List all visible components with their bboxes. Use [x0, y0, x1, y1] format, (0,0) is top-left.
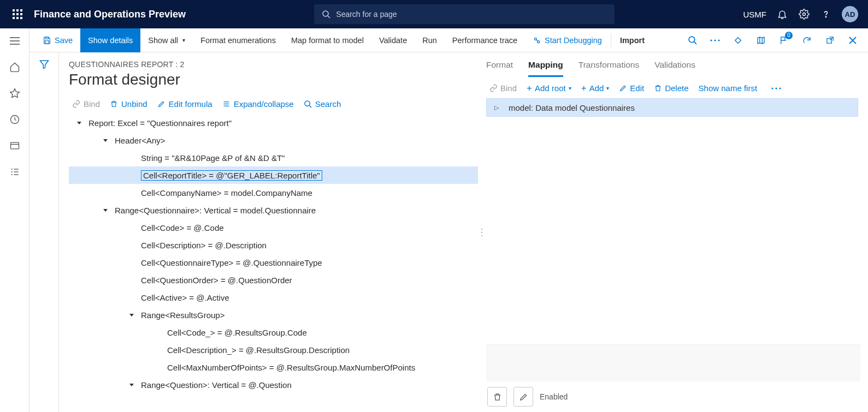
breadcrumb: QUESTIONNAIRES REPORT : 2: [69, 60, 478, 69]
app-launcher[interactable]: [7, 9, 28, 19]
start-debugging-button[interactable]: Start Debugging: [525, 28, 610, 52]
pencil-icon: [519, 392, 528, 402]
settings-button[interactable]: [798, 8, 810, 20]
overflow-button[interactable]: [705, 31, 725, 50]
trash-icon: [493, 392, 502, 402]
bind-button[interactable]: Bind: [72, 99, 100, 109]
caret-icon[interactable]: [103, 138, 111, 143]
svg-point-39: [775, 87, 777, 89]
tree-row[interactable]: Range<ResultsGroup>: [69, 306, 478, 324]
user-avatar[interactable]: AD: [842, 6, 858, 22]
tree-row[interactable]: Range<Questionnaire>: Vertical = model.Q…: [69, 201, 478, 219]
splitter[interactable]: [478, 52, 486, 412]
edit-formula-button[interactable]: Edit formula: [157, 99, 212, 109]
tab-transformations[interactable]: Transformations: [578, 60, 639, 77]
validate-button[interactable]: Validate: [371, 28, 415, 52]
edit-label: Edit: [630, 83, 644, 93]
help-button[interactable]: [820, 8, 832, 20]
edit-formula-label: Edit formula: [169, 99, 212, 109]
show-details-button[interactable]: Show details: [80, 28, 140, 52]
chevron-down-icon: ▾: [606, 85, 609, 91]
filter-strip: [29, 52, 59, 412]
nav-expand[interactable]: [9, 35, 21, 47]
tree-row[interactable]: Cell<CompanyName> = model.CompanyName: [69, 184, 478, 201]
grip-icon: [480, 227, 483, 238]
format-tree[interactable]: Report: Excel = "Questionnaires report"H…: [69, 114, 478, 412]
tree-row[interactable]: Cell<Code> = @.Code: [69, 219, 478, 236]
tree-row[interactable]: Cell<QuestionOrder> = @.QuestionOrder: [69, 271, 478, 289]
tree-row[interactable]: Cell<QuestionnaireType> = @.Questionnair…: [69, 254, 478, 271]
svg-rect-17: [45, 37, 48, 39]
tree-node-label: Cell<Code_> = @.ResultsGroup.Code: [167, 328, 307, 337]
company-picker[interactable]: USMF: [743, 10, 767, 19]
filter-button[interactable]: [39, 59, 50, 412]
attachments-button[interactable]: [728, 31, 748, 50]
tab-validations[interactable]: Validations: [654, 60, 695, 77]
notifications-button[interactable]: 0: [774, 31, 794, 50]
save-label: Save: [55, 36, 73, 45]
funnel-icon: [39, 59, 50, 70]
show-all-button[interactable]: Show all ▾: [140, 28, 193, 52]
tree-row[interactable]: Range<Question>: Vertical = @.Question: [69, 376, 478, 393]
caret-icon[interactable]: [129, 382, 138, 387]
unbind-button[interactable]: Unbind: [110, 99, 147, 109]
caret-icon[interactable]: [76, 120, 85, 126]
search-input[interactable]: Search for a page: [314, 4, 615, 24]
nav-favorites[interactable]: [9, 87, 21, 99]
tree-row[interactable]: String = "&R&10Page &P of &N &D &T": [69, 149, 478, 166]
expand-collapse-button[interactable]: Expand/collapse: [222, 99, 294, 109]
tree-row[interactable]: Report: Excel = "Questionnaires report": [69, 114, 478, 132]
tree-row[interactable]: Cell<ReportTitle> = @"GER_LABEL:ReportTi…: [69, 166, 478, 184]
tree-row[interactable]: Cell<MaxNumberOfPoints> = @.ResultsGroup…: [69, 359, 478, 376]
plus-icon: +: [527, 83, 532, 93]
tree-row[interactable]: Cell<Active> = @.Active: [69, 289, 478, 306]
tree-row[interactable]: Cell<Description> = @.Description: [69, 236, 478, 254]
plus-icon: +: [581, 83, 587, 93]
find-button[interactable]: [682, 31, 702, 50]
mapping-bind-button[interactable]: Bind: [489, 83, 517, 93]
unbind-label: Unbind: [121, 99, 147, 109]
notifications-button[interactable]: [776, 8, 788, 20]
add-button[interactable]: + Add ▾: [581, 83, 610, 93]
map-format-button[interactable]: Map format to model: [284, 28, 371, 52]
model-row[interactable]: ▷ model: Data model Questionnaires: [486, 98, 858, 117]
close-button[interactable]: [843, 31, 863, 50]
refresh-button[interactable]: [797, 31, 817, 50]
delete-button[interactable]: Delete: [654, 83, 688, 93]
detail-delete-button[interactable]: [487, 387, 507, 407]
tree-row[interactable]: Header<Any>: [69, 132, 478, 149]
detail-edit-button[interactable]: [513, 387, 533, 407]
nav-workspaces[interactable]: [9, 140, 21, 152]
performance-trace-button[interactable]: Performance trace: [445, 28, 525, 52]
svg-point-23: [710, 39, 712, 41]
caret-icon[interactable]: [103, 207, 111, 213]
tree-toolbar: Bind Unbind Edit formula Expand/collapse: [69, 96, 478, 114]
bell-icon: [777, 9, 788, 20]
nav-recent[interactable]: [9, 114, 21, 126]
tree-node-label: Range<ResultsGroup>: [141, 311, 225, 320]
run-button[interactable]: Run: [415, 28, 445, 52]
import-button[interactable]: Import: [612, 28, 652, 52]
svg-point-38: [771, 87, 773, 89]
format-enumerations-button[interactable]: Format enumerations: [193, 28, 284, 52]
caret-icon[interactable]: [129, 312, 138, 318]
map-format-label: Map format to model: [291, 36, 364, 45]
edit-button[interactable]: Edit: [619, 83, 644, 93]
tree-row[interactable]: Cell<Code_> = @.ResultsGroup.Code: [69, 324, 478, 341]
map-button[interactable]: [751, 31, 771, 50]
tree-search-button[interactable]: Search: [304, 99, 341, 109]
svg-line-34: [309, 105, 311, 108]
add-root-button[interactable]: + Add root ▾: [527, 83, 571, 93]
nav-home[interactable]: [9, 61, 21, 73]
tab-mapping[interactable]: Mapping: [528, 60, 563, 77]
caret-right-icon: ▷: [494, 104, 503, 111]
save-button[interactable]: Save: [35, 28, 80, 52]
show-name-first-button[interactable]: Show name first: [699, 83, 758, 93]
clock-icon: [9, 114, 20, 125]
tab-format[interactable]: Format: [486, 60, 513, 77]
nav-modules[interactable]: [9, 166, 21, 178]
trash-icon: [654, 84, 662, 92]
mapping-overflow-button[interactable]: [771, 87, 781, 90]
popout-button[interactable]: [820, 31, 840, 50]
tree-row[interactable]: Cell<Description_> = @.ResultsGroup.Desc…: [69, 341, 478, 359]
